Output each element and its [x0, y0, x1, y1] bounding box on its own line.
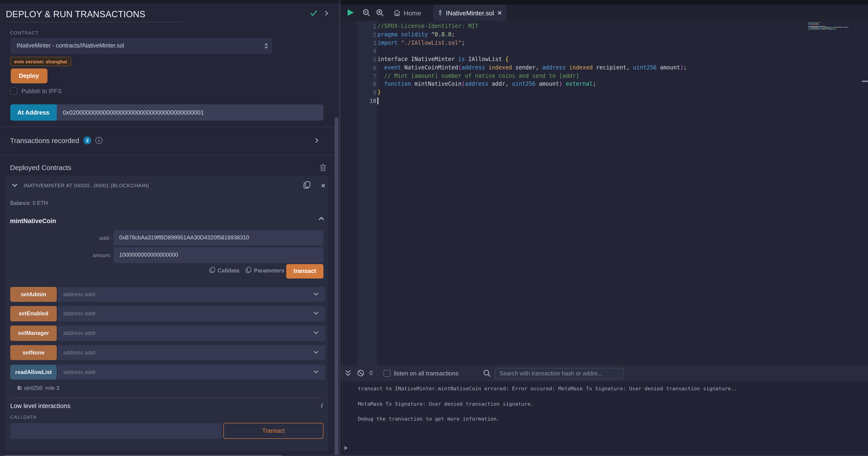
transactions-count-badge: 2 — [83, 137, 91, 144]
indent-guide — [377, 64, 378, 89]
collapse-function-icon[interactable] — [318, 216, 324, 221]
line-number: 10 — [357, 98, 376, 104]
line-number: 5 — [357, 56, 376, 63]
readAllowList-input[interactable]: address addr — [58, 365, 325, 380]
editor-top-strip — [340, 0, 868, 5]
setNone-button[interactable]: setNone — [10, 345, 57, 360]
expand-function-icon[interactable] — [313, 311, 318, 316]
divider — [0, 154, 339, 155]
code-line: // Mint [amount] number of native coins … — [377, 73, 579, 79]
panel-expand-icon[interactable] — [324, 10, 329, 16]
code-line: //SPDX-License-Identifier: MIT — [377, 23, 478, 29]
bottom-scrollbar-track[interactable] — [0, 455, 868, 456]
expand-terminal-icon[interactable] — [344, 369, 352, 377]
function-row: setEnabledaddress addr — [10, 306, 325, 321]
calldata-input[interactable] — [10, 423, 221, 438]
terminal: 0 listen on all transactions Search with… — [340, 365, 868, 456]
copy-parameters-icon[interactable] — [246, 267, 251, 274]
setAdmin-input[interactable]: address addr — [58, 287, 325, 302]
title-underline — [10, 22, 182, 22]
panel-vertical-scrollbar[interactable] — [335, 117, 338, 456]
low-level-heading: Low level interactions — [10, 402, 70, 409]
editor-tabbar: Home INativeMinter.sol ✕ — [340, 5, 868, 21]
contract-select-value: INativeMinter - contracts/INativeMinter.… — [17, 42, 124, 49]
terminal-prompt[interactable]: > — [344, 444, 347, 451]
minimap[interactable] — [808, 22, 861, 32]
check-icon[interactable] — [310, 10, 317, 16]
low-level-transact-button[interactable]: Transact — [223, 423, 323, 438]
calldata-copy-label[interactable]: Calldata — [218, 267, 239, 274]
copy-calldata-icon[interactable] — [210, 267, 215, 274]
terminal-log-line: MetaMask Tx Signature: User denied trans… — [358, 401, 534, 407]
line-number: 3 — [357, 40, 376, 46]
code-line: interface INativeMinter is IAllowList { — [377, 56, 509, 62]
expand-function-icon[interactable] — [313, 292, 318, 296]
code-line: import "./IAllowList.sol"; — [377, 39, 465, 46]
zoom-out-icon[interactable] — [362, 9, 370, 17]
bottom-scrollbar-thumb[interactable] — [4, 455, 282, 456]
expand-function-icon[interactable] — [313, 350, 318, 354]
tab-home[interactable]: Home — [389, 5, 426, 21]
function-name-heading: mintNativeCoin — [10, 218, 56, 225]
copy-icon[interactable] — [303, 181, 310, 189]
close-instance-icon[interactable]: ✕ — [321, 182, 326, 189]
function-row: readAllowListaddress addr — [10, 365, 325, 380]
call-result: 0: uint256: role 3 — [18, 385, 59, 391]
transactions-expand-icon[interactable] — [314, 137, 319, 143]
solidity-icon — [438, 9, 443, 16]
editor-scrollbar-thumb[interactable] — [862, 81, 868, 82]
expand-function-icon[interactable] — [313, 370, 318, 374]
code-line: pragma solidity ^0.8.0; — [377, 31, 455, 38]
line-number: 6 — [357, 65, 376, 71]
param-input[interactable]: 1000000000000000000 — [114, 247, 323, 263]
at-address-button[interactable]: At Address — [10, 104, 57, 120]
at-address-input[interactable]: 0x02000000000000000000000000000000000000… — [57, 104, 323, 120]
publish-ipfs-checkbox[interactable] — [10, 87, 17, 94]
param-label: addr: — [64, 235, 111, 240]
line-number: 2 — [357, 32, 376, 38]
home-tab-label: Home — [404, 9, 421, 17]
setEnabled-button[interactable]: setEnabled — [10, 306, 57, 321]
readAllowList-button[interactable]: readAllowList — [10, 365, 57, 380]
tab-inativeminter[interactable]: INativeMinter.sol ✕ — [433, 5, 506, 21]
tab-close-icon[interactable]: ✕ — [497, 9, 502, 16]
line-number: 8 — [357, 81, 376, 88]
active-tab-label: INativeMinter.sol — [446, 9, 494, 17]
contract-select[interactable]: INativeMinter - contracts/INativeMinter.… — [10, 38, 272, 54]
collapse-instance-icon[interactable] — [11, 183, 18, 188]
terminal-search-icon — [483, 369, 491, 377]
param-label: amount: — [64, 253, 111, 258]
info-circle-icon[interactable]: i — [95, 137, 102, 144]
transact-button[interactable]: transact — [286, 264, 323, 279]
zoom-in-icon[interactable] — [376, 9, 384, 17]
setAdmin-button[interactable]: setAdmin — [10, 287, 57, 302]
line-number: 4 — [357, 48, 376, 55]
setManager-button[interactable]: setManager — [10, 326, 57, 341]
contract-label: CONTRACT — [10, 30, 39, 35]
code-line: function mintNativeCoin(address addr, ui… — [377, 81, 596, 87]
listen-transactions-label: listen on all transactions — [394, 370, 459, 377]
pending-tx-count: 0 — [369, 369, 373, 376]
divider — [10, 398, 323, 398]
param-input[interactable]: 0xB78cbAa319ffBD899951AA30D4320f58189383… — [114, 230, 323, 246]
listen-transactions-checkbox[interactable] — [383, 370, 390, 377]
deploy-button[interactable]: Deploy — [10, 68, 47, 83]
parameters-copy-label[interactable]: Parameters — [254, 267, 284, 274]
code-area[interactable]: 12345678910 //SPDX-License-Identifier: M… — [340, 21, 868, 365]
transactions-recorded-label: Transactions recorded — [10, 137, 79, 144]
setNone-input[interactable]: address addr — [58, 345, 325, 360]
terminal-search-input[interactable]: Search with transaction hash or addre... — [495, 368, 623, 379]
trash-icon[interactable] — [320, 164, 326, 171]
low-level-info-icon[interactable]: i — [321, 402, 323, 409]
clear-console-icon[interactable] — [357, 369, 364, 377]
code-line: } — [377, 89, 381, 95]
instance-balance: Balance: 0 ETH — [10, 200, 48, 206]
run-script-icon[interactable] — [347, 9, 353, 16]
function-row: setNoneaddress addr — [10, 345, 325, 360]
function-row: setAdminaddress addr — [10, 287, 325, 302]
setManager-input[interactable]: address addr — [58, 326, 325, 341]
expand-function-icon[interactable] — [313, 331, 318, 335]
setEnabled-input[interactable]: address addr — [58, 306, 325, 321]
line-number: 7 — [357, 73, 376, 79]
instance-title[interactable]: INATIVEMINTER AT 0X020...00001 (BLOCKCHA… — [24, 182, 149, 188]
